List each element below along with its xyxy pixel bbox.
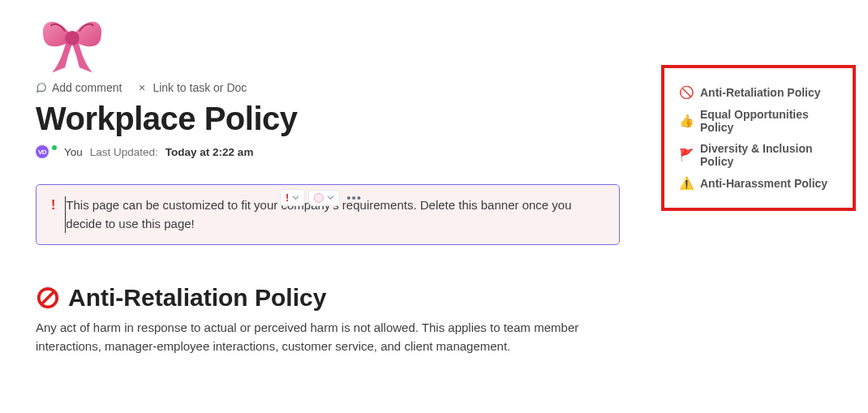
meta-row: VD You Last Updated: Today at 2:22 am (36, 145, 620, 158)
online-dot-icon (52, 145, 57, 150)
outline-label: Equal Opportunities Policy (700, 108, 841, 134)
add-comment-button[interactable]: Add comment (36, 81, 122, 94)
updated-prefix: Last Updated: (90, 146, 158, 158)
exclamation-icon: ! (51, 196, 55, 214)
avatar[interactable]: VD (36, 145, 49, 158)
link-task-button[interactable]: Link to task or Doc (136, 81, 247, 94)
more-button[interactable]: ••• (343, 189, 365, 206)
link-task-label: Link to task or Doc (153, 81, 247, 94)
page-controls: ! ••• (280, 189, 365, 206)
action-row: Add comment Link to task or Doc (36, 80, 620, 99)
comment-icon (36, 82, 47, 93)
page-title: Workplace Policy (36, 101, 620, 137)
section-body: Any act of harm in response to actual or… (36, 318, 620, 356)
outline-label: Anti-Retaliation Policy (700, 86, 821, 99)
no-sign-icon: 🚫 (679, 85, 694, 100)
outline-item-equal-opportunities[interactable]: 👍 Equal Opportunities Policy (679, 104, 841, 138)
outline-label: Anti-Harassment Policy (700, 177, 827, 190)
flag-icon: 🚩 (679, 148, 694, 162)
priority-dropdown[interactable]: ! (280, 189, 305, 206)
status-circle-icon (314, 193, 324, 203)
outline-label: Diversity & Inclusion Policy (700, 142, 841, 168)
add-comment-label: Add comment (52, 81, 122, 94)
outline-panel: 🚫 Anti-Retaliation Policy 👍 Equal Opport… (661, 65, 856, 211)
outline-item-anti-harassment[interactable]: ⚠️ Anti-Harassment Policy (679, 172, 841, 195)
section-anti-retaliation: Anti-Retaliation Policy Any act of harm … (36, 284, 620, 356)
svg-line-2 (42, 292, 54, 304)
updated-time: Today at 2:22 am (165, 146, 254, 158)
exclamation-icon: ! (286, 192, 289, 203)
outline-item-diversity-inclusion[interactable]: 🚩 Diversity & Inclusion Policy (679, 138, 841, 172)
chevron-down-icon (292, 194, 299, 201)
status-dropdown[interactable] (308, 190, 340, 206)
thumbs-up-icon: 👍 (679, 114, 694, 128)
svg-point-0 (65, 31, 79, 45)
no-sign-icon (36, 286, 60, 310)
author-label: You (64, 146, 83, 158)
warning-icon: ⚠️ (679, 176, 694, 191)
page-icon[interactable] (36, 11, 109, 76)
outline-item-anti-retaliation[interactable]: 🚫 Anti-Retaliation Policy (679, 81, 841, 104)
section-heading: Anti-Retaliation Policy (68, 284, 326, 312)
chevron-down-icon (327, 194, 334, 201)
link-arrows-icon (136, 82, 148, 93)
